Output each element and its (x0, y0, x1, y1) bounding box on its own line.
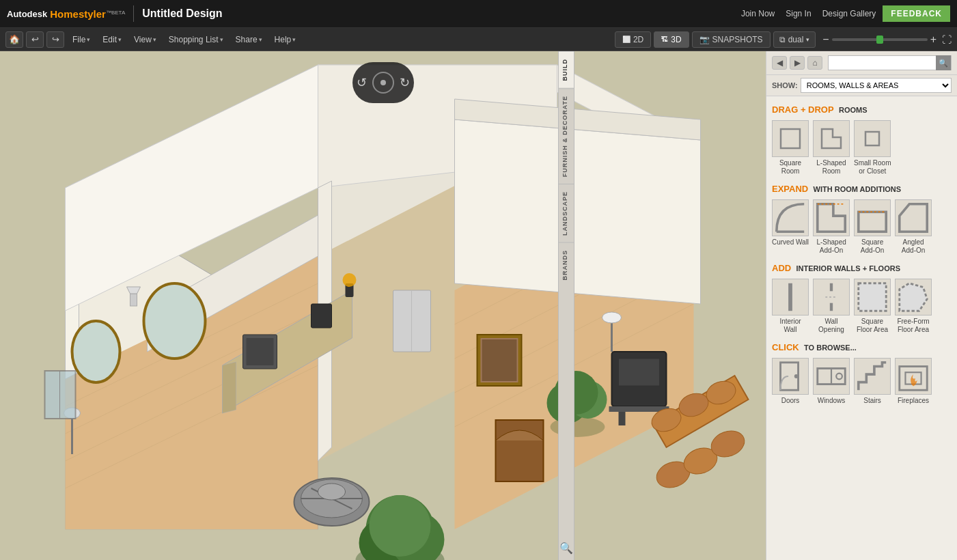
walls-grid: InteriorWall WallOpening (772, 279, 952, 334)
square-add-on-label: SquareAdd-On (861, 238, 884, 255)
doors-browse-item[interactable]: Doors (772, 358, 809, 404)
shopping-list-menu[interactable]: Shopping List ▾ (163, 32, 229, 47)
panel-home-button[interactable]: ⌂ (807, 56, 822, 70)
windows-browse-item[interactable]: Windows (813, 358, 850, 404)
square-floor-area-item[interactable]: SquareFloor Area (854, 279, 891, 334)
svg-rect-58 (311, 304, 332, 328)
file-menu[interactable]: File ▾ (67, 32, 96, 47)
wall-opening-item[interactable]: WallOpening (813, 279, 850, 334)
svg-rect-45 (619, 359, 660, 386)
browse-grid: Doors Windows (772, 358, 952, 404)
share-menu[interactable]: Share ▾ (230, 32, 268, 47)
view-menu[interactable]: View ▾ (128, 32, 162, 47)
svg-marker-27 (223, 362, 236, 413)
show-select[interactable]: ROOMS, WALLS & AREAS EVERYTHING CUSTOM (801, 78, 952, 93)
angled-add-on-item[interactable]: AngledAdd-On (895, 199, 932, 255)
edit-menu[interactable]: Edit ▾ (97, 32, 127, 47)
panel-search-button[interactable]: 🔍 (936, 55, 951, 70)
panel-forward-button[interactable]: ▶ (790, 56, 805, 70)
design-gallery-link[interactable]: Design Gallery (822, 9, 876, 18)
main-area: ↺ ↻ (0, 51, 957, 560)
snapshots-label: SNAPSHOTS (712, 35, 763, 44)
small-room-icon (854, 120, 891, 157)
sign-in-link[interactable]: Sign In (786, 9, 811, 18)
square-room-icon (772, 120, 809, 157)
panel-search-box: 🔍 (828, 55, 952, 70)
small-room-item[interactable]: Small Roomor Closet (854, 120, 891, 176)
interior-wall-icon (772, 279, 809, 316)
svg-rect-77 (865, 132, 879, 145)
rooms-grid: SquareRoom L-ShapedRoom (772, 120, 952, 176)
build-tab[interactable]: BUILD (559, 51, 574, 88)
magnify-icon[interactable]: 🔍 (554, 536, 579, 560)
feedback-button[interactable]: FEEDBACK (883, 5, 950, 22)
browse-section-title: CLICK TO BROWSE... (772, 342, 952, 352)
camera-icon: 📷 (699, 35, 710, 44)
svg-rect-57 (247, 338, 274, 365)
panel-nav: ◀ ▶ ⌂ 🔍 (766, 51, 957, 75)
zoom-slider[interactable] (832, 38, 928, 41)
browse-highlight: CLICK (772, 342, 799, 352)
2d-view-button[interactable]: ⬜ 2D (615, 31, 651, 48)
brands-tab[interactable]: BRANDS (559, 242, 574, 288)
zoom-slider-thumb[interactable] (876, 36, 883, 44)
join-now-link[interactable]: Join Now (741, 9, 775, 18)
free-form-floor-area-item[interactable]: Free-FormFloor Area (895, 279, 932, 334)
home-icon-button[interactable]: 🏠 (5, 31, 23, 48)
view-toggle-group: ⬜ 2D 🏗 3D 📷 SNAPSHOTS ⧉ dual ▾ (615, 31, 816, 48)
square-add-on-item[interactable]: SquareAdd-On (854, 199, 891, 255)
doors-icon (772, 358, 809, 395)
help-menu[interactable]: Help ▾ (269, 32, 302, 47)
menubar: 🏠 ↩ ↪ File ▾ Edit ▾ View ▾ Shopping List… (0, 28, 957, 51)
right-panel: ◀ ▶ ⌂ 🔍 SHOW: ROOMS, WALLS & AREAS EVERY… (766, 51, 957, 560)
snapshots-button[interactable]: 📷 SNAPSHOTS (692, 31, 771, 48)
square-room-label: SquareRoom (779, 159, 801, 176)
svg-rect-81 (859, 212, 886, 232)
wall-opening-label: WallOpening (818, 318, 844, 334)
dual-view-button[interactable]: ⧉ dual ▾ (773, 31, 816, 48)
panel-back-button[interactable]: ◀ (772, 56, 787, 70)
nav-center-button[interactable] (372, 72, 394, 94)
stairs-icon (854, 358, 891, 395)
svg-marker-83 (900, 204, 927, 232)
homestyler-logo-text: Homestyler™BETA (50, 8, 125, 20)
fullscreen-button[interactable]: ⛶ (942, 34, 952, 45)
interior-wall-item[interactable]: InteriorWall (772, 279, 809, 334)
landscape-tab[interactable]: LANDSCAPE (559, 184, 574, 242)
svg-marker-89 (900, 283, 927, 311)
logo-divider (133, 5, 134, 22)
svg-point-62 (343, 273, 357, 287)
panel-search-input[interactable] (829, 57, 936, 68)
rotate-right-button[interactable]: ↻ (400, 75, 410, 90)
svg-point-39 (370, 495, 431, 557)
small-room-label: Small Roomor Closet (854, 159, 891, 176)
svg-rect-95 (900, 367, 927, 391)
svg-point-66 (602, 312, 622, 323)
canvas-area[interactable]: ↺ ↻ (0, 51, 766, 560)
3d-view-button[interactable]: 🏗 3D (654, 31, 689, 48)
wall-opening-icon (813, 279, 850, 316)
drag-drop-highlight: DRAG + DROP (772, 104, 834, 115)
svg-point-34 (72, 321, 120, 382)
square-room-item[interactable]: SquareRoom (772, 120, 809, 176)
zoom-in-button[interactable]: + (930, 34, 937, 45)
zoom-out-button[interactable]: − (822, 34, 829, 45)
l-shaped-add-on-label: L-ShapedAdd-On (816, 238, 846, 255)
l-shaped-add-on-item[interactable]: L-ShapedAdd-On (813, 199, 850, 255)
rotate-left-button[interactable]: ↺ (357, 75, 367, 90)
curved-wall-item[interactable]: Curved Wall (772, 199, 809, 255)
floorplan-container (0, 51, 766, 560)
fireplaces-browse-item[interactable]: Fireplaces (895, 358, 932, 404)
angled-add-on-label: AngledAdd-On (902, 238, 925, 255)
view-menu-arrow: ▾ (153, 36, 156, 43)
curved-wall-label: Curved Wall (772, 238, 809, 247)
svg-point-94 (836, 374, 842, 380)
stairs-browse-item[interactable]: Stairs (854, 358, 891, 404)
panel-content: DRAG + DROP ROOMS SquareRoom (766, 96, 957, 560)
furnish-tab[interactable]: FURNISH & DECORATE (559, 88, 574, 184)
l-shaped-room-item[interactable]: L-ShapedRoom (813, 120, 850, 176)
undo-button[interactable]: ↩ (26, 31, 44, 48)
help-menu-arrow: ▾ (292, 36, 296, 43)
stairs-label: Stairs (863, 397, 881, 404)
redo-button[interactable]: ↪ (46, 31, 64, 48)
